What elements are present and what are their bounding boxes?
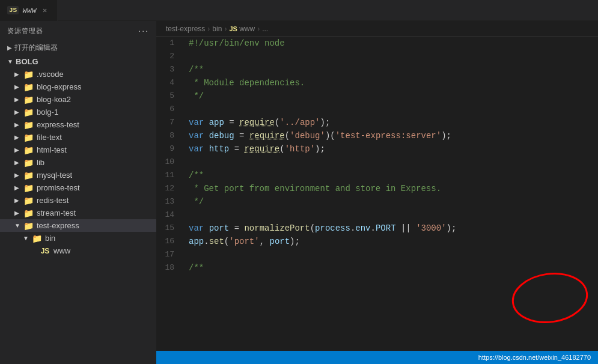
chevron-right-icon: ▶	[14, 71, 23, 77]
folder-icon: 📁	[23, 70, 34, 79]
table-row: 7 var app = require('../app');	[156, 116, 598, 129]
code-editor[interactable]: 1 #!/usr/bin/env node 2 3 /** 4 * Module…	[156, 37, 598, 351]
folder-icon: 📁	[23, 108, 34, 117]
folder-icon: 📁	[23, 133, 34, 142]
folder-icon: 📁	[23, 171, 34, 180]
folder-icon: 📁	[23, 83, 34, 91]
sidebar-item-bin[interactable]: ▼ 📁 bin	[0, 232, 156, 244]
sidebar-item-promise-test[interactable]: ▶ 📁 promise-test	[0, 181, 156, 194]
folder-icon: 📁	[23, 209, 34, 217]
vscode-folder-icon: 📁	[23, 70, 34, 79]
breadcrumb-part-1: test-express	[166, 25, 205, 33]
line-code: /**	[186, 169, 598, 182]
folder-icon: 📁	[23, 96, 34, 104]
sidebar-item-file-text[interactable]: ▶ 📁 file-text	[0, 131, 156, 144]
folder-orange-icon: 📁	[23, 145, 34, 155]
breadcrumb-part-4: ...	[262, 25, 268, 33]
root-folder-name: BOLG	[16, 57, 38, 66]
main-content: 资源管理器 ··· ▶ 打开的编辑器 ▼ BOLG ▶ 📁 .vscode ▶ …	[0, 21, 598, 364]
line-number: 11	[156, 169, 186, 182]
sidebar-item-stream-test[interactable]: ▶ 📁 stream-test	[0, 207, 156, 219]
sidebar-item-label: blog-express	[37, 82, 81, 91]
sidebar-item-vscode[interactable]: ▶ 📁 .vscode	[0, 68, 156, 80]
chevron-right-icon: ▶	[14, 109, 23, 115]
line-number: 2	[156, 50, 186, 63]
sidebar-tree: ▼ BOLG ▶ 📁 .vscode ▶ 📁 blog-express ▶ 📁 …	[0, 55, 156, 364]
line-code: app.set('port', port);	[186, 235, 598, 248]
chevron-right-icon: ▶	[14, 96, 23, 103]
table-row: 14	[156, 208, 598, 222]
line-code	[186, 103, 598, 116]
line-number: 12	[156, 182, 186, 195]
chevron-right-icon: ▶	[7, 44, 12, 51]
table-row: 11 /**	[156, 169, 598, 182]
chevron-right-icon: ▶	[14, 147, 23, 153]
folder-orange-icon: 📁	[23, 82, 34, 92]
folder-purple-icon: 📁	[23, 158, 34, 168]
open-editors-section[interactable]: ▶ 打开的编辑器	[0, 40, 156, 55]
sidebar-item-bolg-root[interactable]: ▼ BOLG	[0, 55, 156, 68]
line-number: 1	[156, 37, 186, 50]
line-code: * Module dependencies.	[186, 76, 598, 89]
code-table: 1 #!/usr/bin/env node 2 3 /** 4 * Module…	[156, 37, 598, 275]
folder-orange-icon: 📁	[23, 183, 34, 193]
sidebar-item-blog-express[interactable]: ▶ 📁 blog-express	[0, 80, 156, 93]
sidebar-item-blog-koa2[interactable]: ▶ 📁 blog-koa2	[0, 93, 156, 106]
line-number: 6	[156, 103, 186, 116]
status-url: https://blog.csdn.net/weixin_46182770	[478, 354, 591, 361]
line-number: 9	[156, 142, 186, 156]
sidebar-header: 资源管理器 ···	[0, 21, 156, 40]
sidebar-item-label: bolg-1	[37, 108, 58, 117]
table-row: 16 app.set('port', port);	[156, 235, 598, 248]
sidebar-title: 资源管理器	[7, 26, 43, 35]
table-row: 9 var http = require('http');	[156, 142, 598, 156]
sidebar-item-label: stream-test	[37, 208, 76, 217]
js-file-icon: JS	[40, 247, 50, 255]
breadcrumb-part-2: bin	[212, 25, 222, 33]
folder-orange-icon: 📁	[23, 133, 34, 142]
line-number: 3	[156, 63, 186, 76]
sidebar-item-redis-test[interactable]: ▶ 📁 redis-test	[0, 194, 156, 207]
sidebar-menu-button[interactable]: ···	[138, 26, 149, 35]
folder-icon: 📁	[23, 121, 34, 129]
sidebar-item-html-test[interactable]: ▶ 📁 html-test	[0, 144, 156, 156]
line-number: 5	[156, 89, 186, 103]
line-number: 16	[156, 235, 186, 248]
table-row: 10	[156, 156, 598, 169]
tab-name: www	[22, 6, 36, 15]
folder-icon: 📁	[23, 146, 34, 154]
sidebar-item-label: file-text	[37, 133, 62, 142]
table-row: 13 */	[156, 195, 598, 208]
editor-area: test-express › bin › JS www › ... 1 #!/u…	[156, 21, 598, 364]
sidebar-item-label: blog-koa2	[37, 95, 71, 104]
line-number: 4	[156, 76, 186, 89]
tab-close-button[interactable]: ✕	[40, 5, 50, 15]
table-row: 17	[156, 248, 598, 261]
sidebar-item-www[interactable]: ▶ JS www	[0, 244, 156, 257]
tab-www[interactable]: JS www ✕	[0, 0, 58, 21]
sidebar-item-label: test-express	[37, 221, 79, 230]
chevron-right-icon: ▶	[14, 83, 23, 90]
line-number: 10	[156, 156, 186, 169]
folder-orange-icon: 📁	[23, 108, 34, 117]
sidebar-item-lib[interactable]: ▶ 📁 lib	[0, 156, 156, 169]
sidebar-item-label: promise-test	[37, 183, 80, 192]
folder-icon: 📁	[23, 222, 34, 230]
line-number: 13	[156, 195, 186, 208]
sidebar-item-bolg-1[interactable]: ▶ 📁 bolg-1	[0, 106, 156, 118]
folder-icon: 📁	[23, 184, 34, 192]
line-code: /**	[186, 261, 598, 275]
sidebar-item-express-test[interactable]: ▶ 📁 express-test	[0, 118, 156, 131]
red-circle-annotation	[508, 267, 592, 327]
line-number: 18	[156, 261, 186, 275]
sidebar-item-test-express[interactable]: ▼ 📁 test-express	[0, 219, 156, 232]
sidebar-item-mysql-test[interactable]: ▶ 📁 mysql-test	[0, 169, 156, 181]
table-row: 8 var debug = require('debug')('test-exp…	[156, 129, 598, 142]
table-row: 3 /**	[156, 63, 598, 76]
line-code: var http = require('http');	[186, 142, 598, 156]
breadcrumb-separator: ›	[257, 25, 260, 33]
chevron-right-icon: ▶	[14, 134, 23, 141]
breadcrumb: test-express › bin › JS www › ...	[156, 21, 598, 37]
chevron-right-icon: ▶	[14, 197, 23, 204]
chevron-right-icon: ▶	[14, 159, 23, 166]
